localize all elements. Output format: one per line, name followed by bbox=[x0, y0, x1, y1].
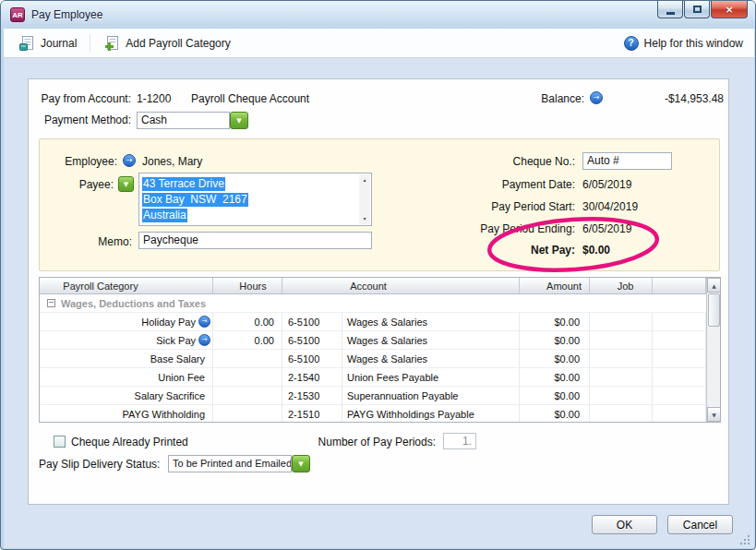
detail-arrow-icon[interactable]: → bbox=[198, 316, 210, 328]
category-label: Salary Sacrifice bbox=[135, 390, 205, 401]
add-payroll-category-label: Add Payroll Category bbox=[126, 37, 230, 50]
employee-detail-arrow-icon[interactable]: → bbox=[123, 154, 136, 167]
table-row: Sick Pay→ 0.00 6-5100 Wages & Salaries $… bbox=[40, 331, 706, 350]
pay-employee-window: AR Pay Employee × Journal bbox=[0, 0, 756, 550]
help-icon: ? bbox=[624, 36, 639, 51]
payee-address-line: Australia bbox=[142, 209, 187, 222]
job-cell[interactable] bbox=[590, 331, 653, 350]
cancel-button[interactable]: Cancel bbox=[667, 515, 733, 534]
add-payroll-category-button[interactable]: Add Payroll Category bbox=[103, 35, 230, 52]
account-number-cell: 6-5100 bbox=[282, 331, 342, 350]
hours-cell[interactable] bbox=[213, 368, 282, 387]
table-row: PAYG Withholding 2-1510 PAYG Withholding… bbox=[40, 405, 706, 423]
category-cell: Holiday Pay→ bbox=[40, 313, 213, 331]
payment-method-combobox[interactable]: Cash bbox=[137, 112, 230, 129]
account-number-cell: 6-5100 bbox=[282, 350, 342, 368]
pay-period-start-label: Pay Period Start: bbox=[446, 199, 575, 214]
titlebar[interactable]: AR Pay Employee × bbox=[1, 1, 755, 29]
scroll-down-button[interactable]: ▼ bbox=[707, 407, 721, 422]
amount-cell[interactable]: $0.00 bbox=[520, 368, 590, 387]
payee-dropdown-button[interactable]: ▼ bbox=[118, 176, 134, 192]
hours-cell[interactable]: 0.00 bbox=[213, 313, 282, 331]
scroll-thumb[interactable] bbox=[708, 293, 720, 327]
payee-scroll-down-icon[interactable]: ▾ bbox=[359, 214, 370, 223]
amount-cell[interactable]: $0.00 bbox=[520, 313, 590, 331]
memo-label: Memo: bbox=[82, 234, 132, 249]
cheque-no-label: Cheque No.: bbox=[474, 154, 575, 169]
hours-cell[interactable] bbox=[213, 387, 282, 405]
spacer-cell bbox=[653, 405, 706, 423]
category-cell: Sick Pay→ bbox=[40, 331, 213, 350]
pay-period-ending-value: 6/05/2019 bbox=[582, 221, 631, 236]
category-label: Sick Pay bbox=[156, 335, 196, 346]
spacer-cell bbox=[653, 387, 706, 405]
journal-icon bbox=[18, 35, 35, 52]
amount-cell[interactable]: $0.00 bbox=[520, 331, 590, 350]
memo-input[interactable]: Paycheque bbox=[138, 232, 372, 249]
help-label: Help for this window bbox=[644, 37, 743, 50]
hours-cell[interactable] bbox=[213, 350, 282, 368]
resize-grip[interactable] bbox=[739, 534, 750, 545]
account-name-cell: Wages & Salaries bbox=[342, 350, 520, 368]
employee-label: Employee: bbox=[40, 154, 117, 169]
account-name-cell: Wages & Salaries bbox=[342, 313, 520, 331]
category-label: Union Fee bbox=[158, 372, 205, 383]
table-row: Union Fee 2-1540 Union Fees Payable $0.0… bbox=[40, 368, 706, 387]
category-cell: Union Fee bbox=[40, 368, 213, 387]
net-pay-value: $0.00 bbox=[582, 243, 610, 257]
job-cell[interactable] bbox=[590, 313, 653, 331]
toolbar-separator bbox=[90, 34, 90, 53]
table-header-payroll-category: Payroll Category bbox=[40, 278, 213, 294]
cheque-no-input[interactable]: Auto # bbox=[582, 152, 672, 170]
payment-method-dropdown-button[interactable]: ▼ bbox=[230, 112, 248, 129]
net-pay-label: Net Pay: bbox=[446, 243, 575, 257]
account-number: 1-1200 bbox=[137, 91, 171, 106]
amount-cell[interactable]: $0.00 bbox=[520, 387, 590, 405]
category-cell: Salary Sacrifice bbox=[40, 387, 213, 405]
payee-scroll-up-icon[interactable]: ▴ bbox=[359, 175, 370, 185]
num-pay-periods-label: Number of Pay Periods: bbox=[306, 435, 436, 449]
amount-cell[interactable]: $0.00 bbox=[520, 405, 590, 423]
maximize-button[interactable] bbox=[684, 1, 710, 18]
category-cell: Base Salary bbox=[40, 350, 213, 368]
employee-name: Jones, Mary bbox=[142, 154, 202, 169]
pay-slip-dropdown-button[interactable]: ▼ bbox=[292, 455, 310, 472]
account-number-cell: 2-1510 bbox=[282, 405, 342, 423]
help-button[interactable]: ? Help for this window bbox=[624, 36, 743, 51]
employee-panel: Employee: → Jones, Mary Payee: ▼ 43 Terr… bbox=[39, 138, 720, 271]
journal-button[interactable]: Journal bbox=[18, 35, 77, 52]
table-header-job: Job bbox=[590, 278, 653, 294]
category-label: Holiday Pay bbox=[141, 317, 196, 328]
job-cell[interactable] bbox=[590, 350, 653, 368]
payee-address-line: 43 Terrace Drive bbox=[142, 177, 225, 191]
job-cell[interactable] bbox=[590, 405, 653, 423]
journal-label: Journal bbox=[41, 37, 77, 50]
hours-cell[interactable] bbox=[213, 405, 282, 423]
ok-button[interactable]: OK bbox=[592, 515, 657, 534]
num-pay-periods-input[interactable]: 1. bbox=[443, 433, 476, 449]
account-number-cell: 2-1530 bbox=[282, 387, 342, 405]
amount-cell[interactable]: $0.00 bbox=[520, 350, 590, 368]
category-cell: PAYG Withholding bbox=[40, 405, 213, 423]
category-label: Base Salary bbox=[150, 353, 205, 365]
table-header-hours: Hours bbox=[213, 278, 282, 294]
close-button[interactable]: × bbox=[711, 1, 748, 18]
group-label: Wages, Deductions and Taxes bbox=[61, 298, 206, 309]
job-cell[interactable] bbox=[590, 368, 653, 387]
balance-label: Balance: bbox=[509, 91, 584, 106]
table-scrollbar[interactable]: ▲ ▼ bbox=[706, 278, 720, 422]
detail-arrow-icon[interactable]: → bbox=[198, 334, 210, 346]
payee-textarea[interactable]: 43 Terrace Drive Box Bay NSW 2167 Austra… bbox=[138, 173, 372, 226]
hours-cell[interactable]: 0.00 bbox=[213, 331, 282, 350]
collapse-icon[interactable]: − bbox=[47, 299, 55, 307]
account-number-cell: 6-5100 bbox=[282, 313, 342, 331]
scroll-up-button[interactable]: ▲ bbox=[707, 278, 721, 293]
pay-slip-status-combobox[interactable]: To be Printed and Emailed bbox=[168, 455, 292, 472]
account-number-cell: 2-1540 bbox=[282, 368, 342, 387]
job-cell[interactable] bbox=[590, 387, 653, 405]
minimize-button[interactable] bbox=[657, 1, 683, 18]
cheque-printed-checkbox[interactable] bbox=[54, 436, 66, 448]
balance-detail-arrow-icon[interactable]: → bbox=[590, 91, 603, 104]
payment-method-label: Payment Method: bbox=[32, 113, 131, 127]
table-header-amount: Amount bbox=[520, 278, 590, 294]
